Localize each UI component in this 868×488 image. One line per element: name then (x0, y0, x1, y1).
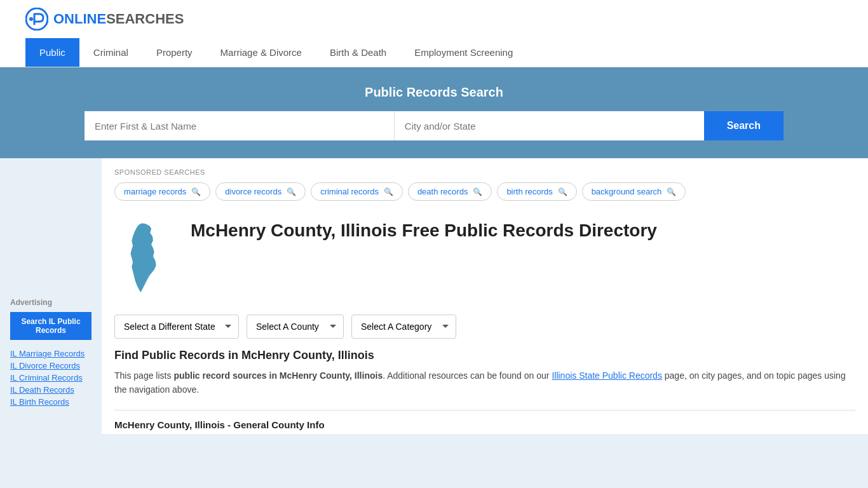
tag-divorce-records[interactable]: divorce records 🔍 (215, 182, 306, 201)
tag-death-records[interactable]: death records 🔍 (408, 182, 492, 201)
find-section: Find Public Records in McHenry County, I… (114, 349, 855, 397)
location-input[interactable] (395, 111, 704, 140)
search-icon: 🔍 (384, 187, 393, 196)
page-title: McHenry County, Illinois Free Public Rec… (191, 220, 657, 241)
search-banner: Public Records Search Search (0, 67, 868, 158)
nav-criminal[interactable]: Criminal (79, 38, 142, 67)
sidebar-link-death[interactable]: IL Death Records (10, 385, 92, 395)
sidebar-ad-label: Advertising (10, 298, 92, 307)
logo[interactable]: ONLINESEARCHES (25, 8, 184, 30)
state-dropdown[interactable]: Select a Different State (114, 315, 239, 339)
search-banner-title: Public Records Search (25, 85, 843, 100)
main-content: SPONSORED SEARCHES marriage records 🔍 di… (102, 158, 868, 434)
svg-point-1 (29, 17, 33, 21)
nav-birth-death[interactable]: Birth & Death (316, 38, 400, 67)
tag-criminal-records[interactable]: criminal records 🔍 (311, 182, 403, 201)
search-icon: 🔍 (473, 187, 482, 196)
sidebar-link-marriage[interactable]: IL Marriage Records (10, 349, 92, 358)
main-nav: Public Criminal Property Marriage & Divo… (0, 38, 868, 67)
sponsored-section: SPONSORED SEARCHES marriage records 🔍 di… (114, 158, 855, 207)
page-header-area: McHenry County, Illinois Free Public Rec… (114, 207, 855, 304)
tag-marriage-records[interactable]: marriage records 🔍 (114, 182, 210, 201)
logo-icon (25, 8, 48, 30)
find-title: Find Public Records in McHenry County, I… (114, 349, 855, 362)
sidebar-link-divorce[interactable]: IL Divorce Records (10, 361, 92, 370)
illinois-map (114, 220, 178, 298)
county-info-title: McHenry County, Illinois - General Count… (114, 410, 855, 430)
nav-public[interactable]: Public (25, 38, 79, 67)
illinois-shape (114, 220, 172, 296)
tag-birth-records[interactable]: birth records 🔍 (497, 182, 576, 201)
nav-employment[interactable]: Employment Screening (400, 38, 527, 67)
page-title-container: McHenry County, Illinois Free Public Rec… (191, 220, 657, 241)
search-icon: 🔍 (558, 187, 567, 196)
search-icon: 🔍 (191, 187, 201, 196)
category-dropdown[interactable]: Select A Category (351, 315, 456, 339)
search-button[interactable]: Search (704, 111, 783, 140)
search-icon: 🔍 (287, 187, 296, 196)
sidebar-link-birth[interactable]: IL Birth Records (10, 397, 92, 407)
nav-marriage-divorce[interactable]: Marriage & Divorce (207, 38, 316, 67)
name-input[interactable] (85, 111, 395, 140)
state-records-link[interactable]: Illinois State Public Records (552, 370, 662, 381)
sidebar-links: IL Marriage Records IL Divorce Records I… (10, 349, 92, 407)
logo-text: ONLINESEARCHES (53, 11, 184, 27)
nav-property[interactable]: Property (142, 38, 207, 67)
search-tags: marriage records 🔍 divorce records 🔍 cri… (114, 182, 855, 201)
dropdowns: Select a Different State Select A County… (114, 315, 855, 339)
sidebar-ad-button[interactable]: Search IL Public Records (10, 312, 92, 340)
search-icon: 🔍 (667, 187, 676, 196)
county-dropdown[interactable]: Select A County (247, 315, 344, 339)
sidebar: Advertising Search IL Public Records IL … (0, 158, 102, 434)
tag-background-search[interactable]: background search 🔍 (582, 182, 686, 201)
sidebar-link-criminal[interactable]: IL Criminal Records (10, 373, 92, 383)
find-text: This page lists public record sources in… (114, 369, 855, 397)
sponsored-label: SPONSORED SEARCHES (114, 168, 855, 176)
search-form: Search (85, 111, 783, 140)
site-header: ONLINESEARCHES (0, 0, 868, 38)
main-container: Advertising Search IL Public Records IL … (0, 158, 868, 434)
